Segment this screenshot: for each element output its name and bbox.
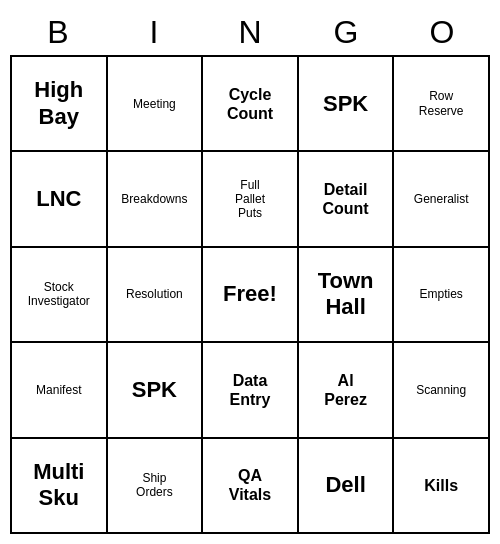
cell-text-2-2: Free! bbox=[223, 281, 277, 307]
bingo-cell-0-1: Meeting bbox=[108, 57, 204, 152]
bingo-grid: HighBayMeetingCycleCountSPKRowReserveLNC… bbox=[10, 55, 490, 534]
cell-text-0-4: RowReserve bbox=[419, 89, 464, 118]
cell-text-1-0: LNC bbox=[36, 186, 81, 212]
cell-text-1-3: DetailCount bbox=[322, 180, 368, 218]
bingo-cell-2-1: Resolution bbox=[108, 248, 204, 343]
bingo-cell-3-4: Scanning bbox=[394, 343, 490, 438]
cell-text-0-0: HighBay bbox=[34, 77, 83, 130]
bingo-cell-1-3: DetailCount bbox=[299, 152, 395, 247]
cell-text-4-0: MultiSku bbox=[33, 459, 84, 512]
bingo-cell-0-4: RowReserve bbox=[394, 57, 490, 152]
cell-text-4-3: Dell bbox=[325, 472, 365, 498]
cell-text-3-2: DataEntry bbox=[230, 371, 271, 409]
cell-text-2-4: Empties bbox=[420, 287, 463, 301]
bingo-cell-3-3: AlPerez bbox=[299, 343, 395, 438]
cell-text-3-0: Manifest bbox=[36, 383, 81, 397]
header-letter-B: B bbox=[10, 10, 106, 55]
cell-text-2-1: Resolution bbox=[126, 287, 183, 301]
bingo-cell-0-0: HighBay bbox=[12, 57, 108, 152]
header-letter-G: G bbox=[298, 10, 394, 55]
bingo-cell-0-2: CycleCount bbox=[203, 57, 299, 152]
bingo-cell-4-4: Kills bbox=[394, 439, 490, 534]
bingo-cell-1-1: Breakdowns bbox=[108, 152, 204, 247]
bingo-card: BINGO HighBayMeetingCycleCountSPKRowRese… bbox=[10, 10, 490, 534]
cell-text-4-4: Kills bbox=[424, 476, 458, 495]
bingo-cell-1-4: Generalist bbox=[394, 152, 490, 247]
cell-text-2-3: TownHall bbox=[318, 268, 374, 321]
cell-text-0-1: Meeting bbox=[133, 97, 176, 111]
bingo-cell-4-0: MultiSku bbox=[12, 439, 108, 534]
cell-text-2-0: StockInvestigator bbox=[28, 280, 90, 309]
bingo-cell-2-4: Empties bbox=[394, 248, 490, 343]
cell-text-3-3: AlPerez bbox=[324, 371, 367, 409]
bingo-cell-3-1: SPK bbox=[108, 343, 204, 438]
cell-text-0-2: CycleCount bbox=[227, 85, 273, 123]
cell-text-3-1: SPK bbox=[132, 377, 177, 403]
bingo-header: BINGO bbox=[10, 10, 490, 55]
cell-text-3-4: Scanning bbox=[416, 383, 466, 397]
cell-text-1-4: Generalist bbox=[414, 192, 469, 206]
cell-text-4-2: QAVitals bbox=[229, 466, 271, 504]
cell-text-1-2: FullPalletPuts bbox=[235, 178, 265, 221]
cell-text-0-3: SPK bbox=[323, 91, 368, 117]
cell-text-4-1: ShipOrders bbox=[136, 471, 173, 500]
bingo-cell-2-3: TownHall bbox=[299, 248, 395, 343]
bingo-cell-3-0: Manifest bbox=[12, 343, 108, 438]
bingo-cell-1-0: LNC bbox=[12, 152, 108, 247]
bingo-cell-0-3: SPK bbox=[299, 57, 395, 152]
bingo-cell-4-1: ShipOrders bbox=[108, 439, 204, 534]
header-letter-N: N bbox=[202, 10, 298, 55]
bingo-cell-2-0: StockInvestigator bbox=[12, 248, 108, 343]
header-letter-O: O bbox=[394, 10, 490, 55]
bingo-cell-4-2: QAVitals bbox=[203, 439, 299, 534]
cell-text-1-1: Breakdowns bbox=[121, 192, 187, 206]
bingo-cell-3-2: DataEntry bbox=[203, 343, 299, 438]
bingo-cell-4-3: Dell bbox=[299, 439, 395, 534]
bingo-cell-1-2: FullPalletPuts bbox=[203, 152, 299, 247]
bingo-cell-2-2: Free! bbox=[203, 248, 299, 343]
header-letter-I: I bbox=[106, 10, 202, 55]
